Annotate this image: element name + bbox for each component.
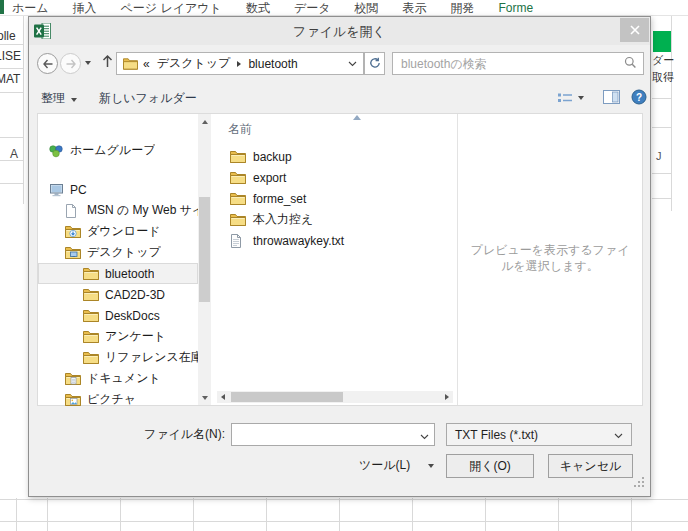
ribbon-tab[interactable]: ホーム — [12, 1, 49, 16]
open-button[interactable]: 開く(O) — [446, 454, 534, 478]
horizontal-scrollbar[interactable] — [217, 391, 453, 403]
folder-icon — [83, 288, 101, 301]
tools-label: ツール(L) — [359, 457, 410, 474]
new-folder-button[interactable]: 新しいフォルダー — [99, 90, 197, 107]
nav-item[interactable]: PC — [38, 179, 198, 200]
resize-grip-icon[interactable] — [634, 474, 645, 492]
dialog-title: ファイルを開く — [29, 23, 650, 41]
close-button[interactable] — [620, 18, 649, 42]
excel-cell-text: MAT — [0, 72, 20, 86]
view-list-icon — [557, 91, 573, 109]
excel-cell-text: J — [656, 150, 662, 162]
cancel-button[interactable]: キャンセル — [548, 454, 633, 478]
scroll-down-icon[interactable] — [198, 391, 211, 404]
ribbon-tab[interactable]: 挿入 — [73, 1, 97, 16]
nav-item[interactable]: DeskDocs — [38, 305, 198, 326]
filename-input[interactable] — [237, 427, 420, 443]
nav-item-label: DeskDocs — [105, 309, 160, 323]
file-row[interactable]: export — [215, 167, 457, 188]
file-name: forme_set — [253, 192, 306, 206]
excel-grid — [0, 498, 688, 531]
nav-item[interactable]: デスクトップ — [38, 242, 198, 263]
ribbon-tab-label: ページ レイアウト — [121, 1, 222, 15]
ribbon-tab[interactable]: データ — [294, 1, 331, 16]
dialog-content: ホームグループ PC MSN の My Web サイ ダウンロー — [37, 113, 643, 406]
tools-button[interactable]: ツール(L) — [359, 454, 434, 477]
ribbon-tab-label: 表示 — [402, 1, 426, 15]
up-arrow-icon — [101, 54, 114, 72]
file-row[interactable]: forme_set — [215, 188, 457, 209]
file-row[interactable]: throwawaykey.txt — [215, 230, 457, 251]
filetype-select[interactable]: TXT Files (*.txt) — [446, 423, 632, 446]
breadcrumb-overflow[interactable]: « — [143, 57, 150, 71]
nav-item[interactable]: MSN の My Web サイ — [38, 200, 198, 221]
forward-button[interactable] — [60, 53, 81, 74]
nav-item[interactable]: bluetooth — [38, 263, 198, 284]
ribbon-tab[interactable]: 数式 — [246, 1, 270, 16]
nav-item[interactable]: ダウンロード — [38, 221, 198, 242]
file-row[interactable]: 本入力控え — [215, 209, 457, 230]
dialog-titlebar[interactable]: ファイルを開く — [29, 17, 650, 45]
excel-green-cell — [653, 31, 671, 52]
recent-locations-dropdown-icon[interactable] — [85, 61, 91, 65]
ribbon-tab[interactable]: ページ レイアウト — [121, 1, 222, 16]
nav-scrollbar[interactable] — [198, 114, 211, 405]
nav-item[interactable]: アンケート — [38, 326, 198, 347]
grid-line — [0, 92, 24, 93]
refresh-button[interactable] — [364, 52, 385, 75]
nav-item[interactable]: ホームグループ — [38, 140, 198, 161]
nav-item-label: デスクトップ — [87, 244, 161, 261]
nav-item[interactable]: ピクチャ — [38, 389, 198, 410]
folder-docs-icon — [65, 372, 83, 385]
sort-ascending-icon[interactable] — [353, 115, 361, 120]
nav-item[interactable]: リファレンス在庫管理 — [38, 347, 198, 368]
column-header-name[interactable]: 名前 — [228, 121, 252, 138]
breadcrumb[interactable]: « デスクトップ bluetooth — [116, 52, 364, 75]
chevron-down-icon — [71, 98, 77, 102]
folder-desktop-icon — [65, 246, 83, 259]
scrollbar-thumb[interactable] — [231, 392, 343, 402]
help-button[interactable]: ? — [631, 89, 647, 109]
ribbon-tab[interactable]: Forme — [498, 1, 533, 16]
excel-cell-text: LISE — [0, 49, 21, 63]
up-one-level-button[interactable] — [99, 54, 115, 72]
preview-pane-button[interactable] — [603, 90, 620, 108]
grid-line — [0, 521, 688, 522]
filename-label: ファイル名(N): — [29, 423, 225, 446]
command-bar: 整理 新しいフォルダー ? — [29, 85, 650, 111]
nav-item-label: CAD2D-3D — [105, 288, 165, 302]
view-dropdown-icon[interactable] — [578, 96, 584, 100]
address-bar: « デスクトップ bluetooth — [29, 51, 650, 77]
search-input[interactable] — [399, 56, 624, 72]
preview-pane-icon — [603, 90, 620, 108]
scrollbar-thumb[interactable] — [199, 197, 210, 302]
ribbon-tab-label: ホーム — [12, 1, 49, 15]
chevron-down-icon[interactable] — [420, 426, 429, 444]
scroll-up-icon[interactable] — [198, 115, 211, 128]
scroll-left-icon[interactable] — [217, 391, 229, 403]
back-button[interactable] — [37, 53, 58, 74]
screen: ホーム挿入ページ レイアウト数式データ校閲表示開発Forme olle LISE… — [0, 0, 688, 531]
grid-line — [0, 44, 24, 45]
nav-item-label: ホームグループ — [70, 142, 155, 159]
nav-item[interactable]: CAD2D-3D — [38, 284, 198, 305]
nav-item-label: ピクチャ — [87, 391, 136, 408]
excel-cell-text: ダー — [652, 53, 674, 68]
nav-item[interactable]: ドキュメント — [38, 368, 198, 389]
refresh-icon — [369, 55, 381, 73]
organize-button[interactable]: 整理 — [41, 90, 77, 107]
file-row[interactable]: backup — [215, 146, 457, 167]
ribbon-tab[interactable]: 表示 — [402, 1, 426, 16]
ribbon-tab[interactable]: 開発 — [450, 1, 474, 16]
breadcrumb-bluetooth[interactable]: bluetooth — [248, 57, 297, 71]
file-name: export — [253, 171, 286, 185]
ribbon-tab[interactable]: 校閲 — [354, 1, 378, 16]
excel-cell-text: A — [10, 147, 18, 161]
folder-icon — [83, 351, 101, 364]
chevron-down-icon — [428, 464, 434, 468]
folder-icon — [230, 150, 249, 163]
change-view-button[interactable] — [557, 91, 573, 109]
scroll-right-icon[interactable] — [441, 391, 453, 403]
chevron-down-icon[interactable] — [348, 61, 357, 67]
breadcrumb-desktop[interactable]: デスクトップ — [157, 55, 231, 72]
